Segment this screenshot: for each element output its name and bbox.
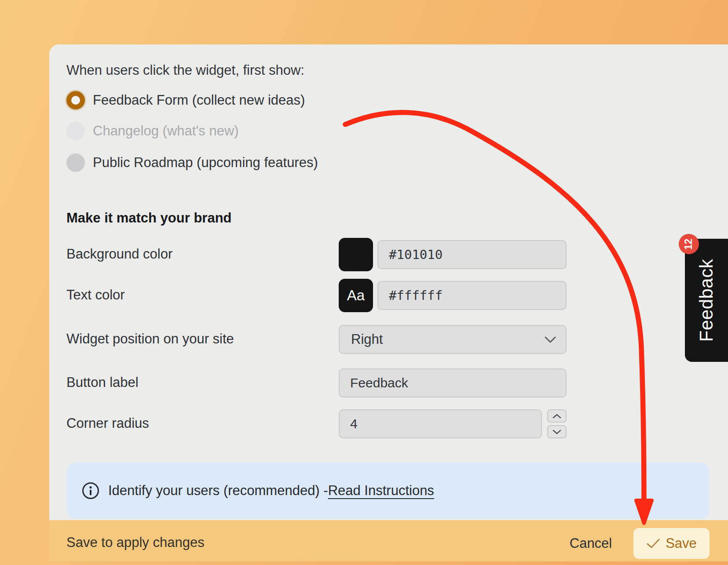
widget-position-label: Widget position on your site (66, 331, 234, 347)
corner-radius-label: Corner radius (66, 416, 149, 431)
button-label-label: Button label (66, 375, 139, 390)
chevron-up-icon (552, 414, 561, 419)
corner-radius-input[interactable] (339, 409, 542, 438)
save-button[interactable]: Save (633, 528, 710, 559)
radio-label: Public Roadmap (upcoming features) (93, 155, 318, 171)
screen: When users click the widget, first show:… (0, 0, 728, 565)
identify-users-text: Identify your users (recommended) - (108, 483, 328, 499)
chevron-down-icon (545, 336, 556, 343)
radio-selected-icon[interactable] (66, 91, 85, 109)
radio-option-feedback-form[interactable]: Feedback Form (collect new ideas) (66, 91, 305, 109)
text-color-input[interactable] (377, 281, 567, 310)
feedback-widget-tab-label: Feedback (696, 259, 717, 342)
corner-radius-increment-button[interactable] (547, 409, 567, 423)
background-color-label: Background color (66, 246, 172, 262)
radio-label: Changelog (what's new) (93, 123, 239, 139)
save-button-label: Save (666, 536, 697, 551)
chevron-down-icon (552, 430, 561, 434)
info-circle-icon (81, 481, 100, 500)
identify-users-banner: Identify your users (recommended) - Read… (67, 463, 709, 519)
background-color-swatch[interactable] (339, 238, 373, 271)
radio-option-public-roadmap[interactable]: Public Roadmap (upcoming features) (66, 153, 318, 172)
radio-unselected-icon[interactable] (66, 153, 85, 172)
brand-heading: Make it match your brand (66, 210, 232, 226)
radio-option-changelog[interactable]: Changelog (what's new) (66, 122, 239, 140)
radio-disabled-icon[interactable] (66, 122, 85, 140)
widget-position-value: Right (351, 332, 383, 347)
checkmark-icon (646, 538, 660, 549)
widget-position-select[interactable]: Right (339, 325, 567, 354)
text-color-swatch[interactable]: Aa (339, 279, 373, 312)
intro-label: When users click the widget, first show: (66, 62, 304, 79)
button-label-input[interactable] (339, 368, 567, 397)
corner-radius-decrement-button[interactable] (547, 425, 567, 438)
notification-badge-count: 12 (683, 238, 695, 250)
cancel-button[interactable]: Cancel (565, 536, 617, 551)
read-instructions-link[interactable]: Read Instructions (328, 483, 434, 499)
text-color-label: Text color (66, 287, 125, 303)
background-color-input[interactable] (377, 240, 567, 269)
save-status-text: Save to apply changes (66, 535, 205, 550)
radio-label: Feedback Form (collect new ideas) (93, 92, 305, 108)
notification-badge: 12 (679, 234, 699, 254)
text-color-swatch-label: Aa (347, 287, 365, 304)
